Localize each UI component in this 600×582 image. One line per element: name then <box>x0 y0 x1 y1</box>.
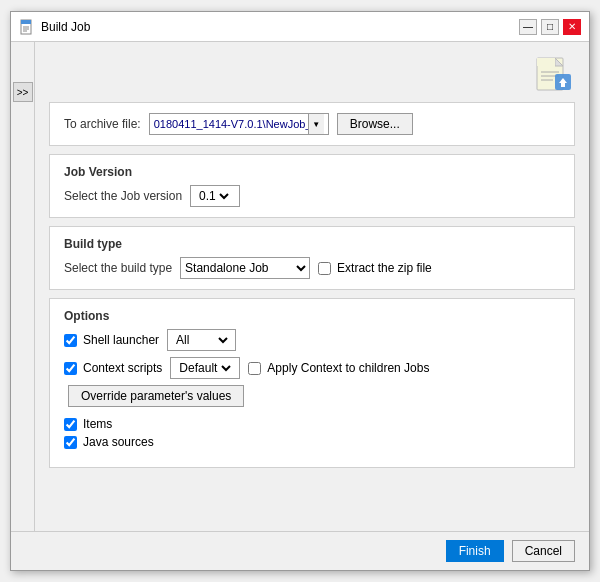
job-version-combo[interactable]: 0.1 0.2 1.0 <box>190 185 240 207</box>
build-job-window: Build Job — □ ✕ >> <box>10 11 590 571</box>
options-title: Options <box>64 309 560 323</box>
job-version-field-row: Select the Job version 0.1 0.2 1.0 <box>64 185 560 207</box>
close-button[interactable]: ✕ <box>563 19 581 35</box>
title-bar: Build Job — □ ✕ <box>11 12 589 42</box>
side-panel: >> <box>11 42 35 531</box>
build-type-title: Build type <box>64 237 560 251</box>
main-panel: To archive file: ▼ Browse... Job Version… <box>35 42 589 531</box>
svg-rect-13 <box>561 83 565 87</box>
extract-label: Extract the zip file <box>337 261 432 275</box>
apply-context-label: Apply Context to children Jobs <box>267 361 429 375</box>
context-scripts-checkbox[interactable] <box>64 362 77 375</box>
browse-button[interactable]: Browse... <box>337 113 413 135</box>
svg-rect-7 <box>537 58 555 66</box>
maximize-button[interactable]: □ <box>541 19 559 35</box>
minimize-button[interactable]: — <box>519 19 537 35</box>
context-scripts-label: Context scripts <box>83 361 162 375</box>
cancel-button[interactable]: Cancel <box>512 540 575 562</box>
window-body: >> <box>11 42 589 531</box>
options-section: Options Shell launcher All None Default <box>49 298 575 468</box>
job-version-label: Select the Job version <box>64 189 182 203</box>
top-icon-area <box>49 52 575 94</box>
items-row: Items <box>64 417 560 431</box>
svg-rect-1 <box>21 20 31 24</box>
job-version-title: Job Version <box>64 165 560 179</box>
java-sources-row: Java sources <box>64 435 560 449</box>
archive-field-row: To archive file: ▼ Browse... <box>64 113 560 135</box>
archive-dropdown-arrow[interactable]: ▼ <box>308 114 324 134</box>
bottom-bar: Finish Cancel <box>11 531 589 570</box>
title-bar-left: Build Job <box>19 19 90 35</box>
finish-button[interactable]: Finish <box>446 540 504 562</box>
shell-launcher-combo[interactable]: All None Default <box>167 329 236 351</box>
items-checkbox[interactable] <box>64 418 77 431</box>
archive-label: To archive file: <box>64 117 141 131</box>
java-sources-label: Java sources <box>83 435 154 449</box>
window-title: Build Job <box>41 20 90 34</box>
shell-launcher-checkbox[interactable] <box>64 334 77 347</box>
context-scripts-combo[interactable]: Default None All <box>170 357 240 379</box>
context-scripts-checkbox-label[interactable]: Context scripts <box>64 361 162 375</box>
items-checkbox-label[interactable]: Items <box>64 417 112 431</box>
shell-launcher-checkbox-label[interactable]: Shell launcher <box>64 333 159 347</box>
override-button[interactable]: Override parameter's values <box>68 385 244 407</box>
build-type-select[interactable]: Standalone Job Remote Job <box>181 260 309 276</box>
archive-icon <box>533 52 575 94</box>
context-scripts-select[interactable]: Default None All <box>175 360 234 376</box>
build-type-section: Build type Select the build type Standal… <box>49 226 575 290</box>
build-type-label: Select the build type <box>64 261 172 275</box>
override-btn-row: Override parameter's values <box>64 385 560 407</box>
window-icon <box>19 19 35 35</box>
archive-input[interactable] <box>154 118 308 130</box>
build-type-combo[interactable]: Standalone Job Remote Job <box>180 257 310 279</box>
shell-launcher-label: Shell launcher <box>83 333 159 347</box>
build-type-field-row: Select the build type Standalone Job Rem… <box>64 257 560 279</box>
side-arrow-button[interactable]: >> <box>13 82 33 102</box>
title-controls: — □ ✕ <box>519 19 581 35</box>
context-scripts-row: Context scripts Default None All Apply C… <box>64 357 560 379</box>
extract-checkbox[interactable] <box>318 262 331 275</box>
archive-section: To archive file: ▼ Browse... <box>49 102 575 146</box>
extract-checkbox-row[interactable]: Extract the zip file <box>318 261 432 275</box>
job-version-section: Job Version Select the Job version 0.1 0… <box>49 154 575 218</box>
job-version-select[interactable]: 0.1 0.2 1.0 <box>195 188 232 204</box>
shell-launcher-select[interactable]: All None Default <box>172 332 231 348</box>
apply-context-label-row[interactable]: Apply Context to children Jobs <box>248 361 429 375</box>
archive-combo[interactable]: ▼ <box>149 113 329 135</box>
java-sources-checkbox[interactable] <box>64 436 77 449</box>
apply-context-checkbox[interactable] <box>248 362 261 375</box>
items-section: Items Java sources <box>64 413 560 457</box>
shell-launcher-row: Shell launcher All None Default <box>64 329 560 351</box>
java-sources-checkbox-label[interactable]: Java sources <box>64 435 154 449</box>
items-label: Items <box>83 417 112 431</box>
